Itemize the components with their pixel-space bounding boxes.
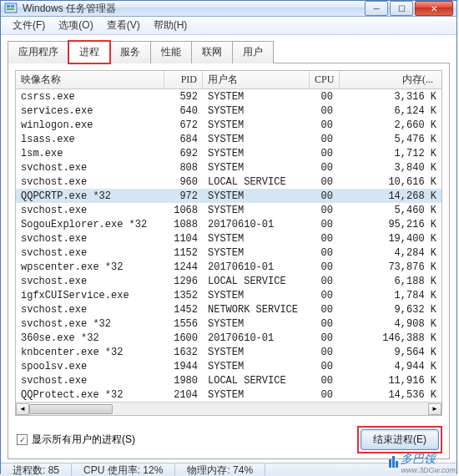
table-row[interactable]: 360se.exe *32160020170610-0100146,388 K	[16, 331, 441, 345]
table-row[interactable]: spoolsv.exe1944SYSTEM004,944 K	[16, 359, 441, 373]
cell-cpu: 00	[310, 276, 338, 287]
col-header-mem[interactable]: 内存(...	[340, 71, 441, 89]
cell-user: LOCAL SERVICE	[203, 276, 310, 287]
cell-user: LOCAL SERVICE	[203, 375, 310, 387]
scroll-thumb[interactable]	[29, 404, 113, 414]
horizontal-scrollbar[interactable]: ◄ ►	[16, 402, 441, 415]
maximize-button[interactable]: ☐	[390, 1, 413, 16]
cell-mem: 146,388 K	[338, 332, 441, 344]
process-rows[interactable]: csrss.exe592SYSTEM003,316 Kservices.exe6…	[16, 89, 441, 402]
show-all-users-checkbox[interactable]: ✓	[17, 434, 28, 445]
table-row[interactable]: lsm.exe692SYSTEM001,712 K	[16, 146, 441, 160]
table-row[interactable]: svchost.exe1452NETWORK SERVICE009,632 K	[16, 302, 441, 316]
show-all-users-label[interactable]: 显示所有用户的进程(S)	[32, 433, 135, 447]
cell-name: svchost.exe	[16, 375, 164, 387]
table-row[interactable]: svchost.exe808SYSTEM003,840 K	[16, 160, 441, 175]
table-row[interactable]: svchost.exe1152SYSTEM004,284 K	[16, 246, 441, 260]
menu-options[interactable]: 选项(O)	[52, 17, 99, 34]
table-row[interactable]: lsass.exe684SYSTEM005,476 K	[16, 132, 441, 146]
col-header-pid[interactable]: PID	[164, 71, 203, 89]
table-row[interactable]: SogouExplorer.exe *32108820170610-010095…	[16, 217, 441, 231]
cell-user: SYSTEM	[203, 190, 310, 202]
svg-rect-2	[11, 5, 14, 8]
cell-name: lsm.exe	[16, 148, 164, 160]
cell-cpu: 00	[310, 375, 338, 387]
cell-cpu: 00	[310, 347, 338, 358]
cell-name: QQProtect.exe *32	[16, 389, 164, 401]
cell-pid: 640	[164, 105, 203, 117]
cell-cpu: 00	[310, 332, 338, 344]
cell-name: SogouExplorer.exe *32	[16, 219, 164, 230]
cell-user: SYSTEM	[203, 134, 310, 145]
content-area: 应用程序 进程 服务 性能 联网 用户 映像名称 PID 用户名 CPU 内存(…	[1, 35, 456, 463]
tab-users[interactable]: 用户	[232, 41, 274, 63]
cell-user: SYSTEM	[203, 290, 310, 301]
table-row[interactable]: services.exe640SYSTEM006,124 K	[16, 104, 441, 118]
cell-pid: 1244	[164, 261, 203, 273]
table-row[interactable]: svchost.exe1068SYSTEM005,460 K	[16, 203, 441, 217]
table-row[interactable]: QQPCRTP.exe *32972SYSTEM0014,268 K	[16, 189, 441, 203]
cell-pid: 1452	[164, 304, 203, 316]
table-row[interactable]: winlogon.exe672SYSTEM002,660 K	[16, 118, 441, 132]
end-process-button[interactable]: 结束进程(E)	[361, 429, 439, 450]
scroll-left-button[interactable]: ◄	[16, 403, 29, 415]
cell-cpu: 00	[310, 176, 338, 188]
menu-help[interactable]: 帮助(H)	[147, 17, 194, 34]
cell-pid: 1088	[164, 219, 203, 230]
svg-rect-1	[7, 5, 10, 8]
cell-name: knbcenter.exe *32	[16, 347, 164, 358]
menu-view[interactable]: 查看(V)	[100, 17, 147, 34]
scroll-track[interactable]	[29, 403, 428, 415]
cell-cpu: 00	[310, 389, 338, 401]
table-row[interactable]: svchost.exe960LOCAL SERVICE0010,616 K	[16, 175, 441, 189]
tab-processes[interactable]: 进程	[68, 41, 110, 63]
cell-mem: 1,784 K	[338, 290, 441, 301]
cell-name: spoolsv.exe	[16, 361, 164, 372]
cell-name: 360se.exe *32	[16, 332, 164, 344]
cell-user: SYSTEM	[203, 233, 310, 245]
tab-services[interactable]: 服务	[109, 41, 151, 63]
cell-pid: 2104	[164, 389, 203, 401]
table-row[interactable]: wpscenter.exe *32124420170610-010073,876…	[16, 260, 441, 274]
cell-pid: 1632	[164, 347, 203, 358]
cell-mem: 9,564 K	[338, 347, 441, 358]
column-headers: 映像名称 PID 用户名 CPU 内存(...	[16, 71, 441, 89]
tab-applications[interactable]: 应用程序	[8, 41, 69, 63]
table-row[interactable]: csrss.exe592SYSTEM003,316 K	[16, 89, 441, 104]
cell-cpu: 00	[310, 105, 338, 117]
table-row[interactable]: svchost.exe *321556SYSTEM004,908 K	[16, 316, 441, 331]
cell-user: SYSTEM	[203, 389, 310, 401]
table-row[interactable]: svchost.exe1980LOCAL SERVICE0011,916 K	[16, 373, 441, 387]
cell-user: NETWORK SERVICE	[203, 304, 310, 316]
cell-user: SYSTEM	[203, 119, 310, 131]
cell-pid: 684	[164, 134, 203, 145]
cell-pid: 592	[164, 91, 203, 103]
cell-user: SYSTEM	[203, 162, 310, 174]
tab-networking[interactable]: 联网	[191, 41, 233, 63]
end-process-highlight: 结束进程(E)	[359, 428, 441, 452]
menu-file[interactable]: 文件(F)	[6, 17, 52, 34]
col-header-user[interactable]: 用户名	[203, 71, 310, 89]
titlebar[interactable]: Windows 任务管理器 ─ ☐ ✕	[1, 1, 456, 17]
tab-performance[interactable]: 性能	[150, 41, 192, 63]
table-row[interactable]: QQProtect.exe *322104SYSTEM0014,536 K	[16, 387, 441, 402]
cell-cpu: 00	[310, 318, 338, 330]
minimize-button[interactable]: ─	[365, 1, 388, 16]
table-row[interactable]: igfxCUIService.exe1352SYSTEM001,784 K	[16, 288, 441, 302]
cell-user: 20170610-01	[203, 332, 310, 344]
cell-name: lsass.exe	[16, 134, 164, 145]
cell-mem: 5,476 K	[338, 134, 441, 145]
cell-user: SYSTEM	[203, 148, 310, 160]
table-row[interactable]: svchost.exe1296LOCAL SERVICE006,188 K	[16, 274, 441, 288]
scroll-right-button[interactable]: ►	[428, 403, 441, 415]
table-row[interactable]: knbcenter.exe *321632SYSTEM009,564 K	[16, 345, 441, 359]
close-button[interactable]: ✕	[415, 1, 453, 16]
svg-rect-0	[5, 3, 17, 13]
cell-pid: 692	[164, 148, 203, 160]
col-header-cpu[interactable]: CPU	[310, 71, 340, 89]
cell-name: csrss.exe	[16, 91, 164, 103]
table-row[interactable]: svchost.exe1104SYSTEM0019,400 K	[16, 231, 441, 246]
cell-pid: 1352	[164, 290, 203, 301]
col-header-name[interactable]: 映像名称	[16, 71, 164, 89]
app-icon	[4, 2, 18, 15]
